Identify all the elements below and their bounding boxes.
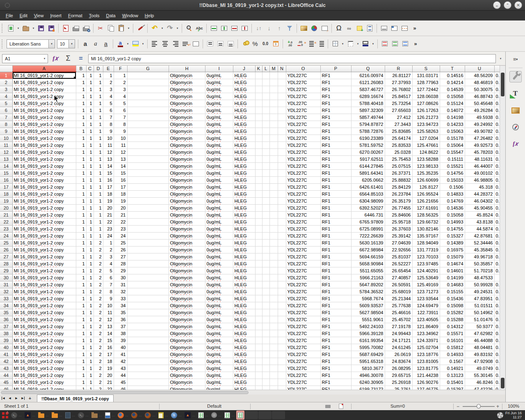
wrap-text-icon[interactable]: ↵ — [180, 39, 190, 49]
cell-D35[interactable]: 2 — [94, 309, 103, 316]
col-header-O[interactable]: O — [286, 66, 320, 72]
cell-J20[interactable]: HLEG — [233, 204, 255, 211]
cell-S38[interactable]: 123.34962 — [412, 330, 440, 337]
cell-Q16[interactable]: 6205.0662 — [351, 176, 385, 183]
horizontal-scrollbar[interactable] — [0, 390, 505, 395]
cell-J41[interactable]: HLEG — [233, 351, 255, 358]
cell-C36[interactable]: 1 — [86, 316, 94, 323]
cell-K34[interactable] — [255, 302, 262, 309]
cell-O5[interactable]: YDL227C — [286, 100, 320, 107]
cell-A23[interactable]: MI 16_0919_yor1-2 copy — [12, 225, 76, 232]
cell-U35[interactable]: 50.14962 — [465, 309, 494, 316]
cell-B26[interactable]: 1 — [76, 246, 86, 253]
cell-K14[interactable] — [255, 162, 262, 169]
cell-U28[interactable]: 50.35857 — [465, 260, 494, 267]
cell-L46[interactable] — [262, 386, 269, 390]
cell-G43[interactable] — [127, 365, 169, 372]
cell-P10[interactable]: RF1 — [320, 135, 351, 142]
cell-B44[interactable]: 1 — [76, 372, 86, 379]
cell-L9[interactable] — [262, 128, 269, 135]
cell-K10[interactable] — [255, 135, 262, 142]
cell-A42[interactable]: MI 16_0919_yor1-2 copy — [12, 358, 76, 365]
col-header-G[interactable]: G — [127, 66, 169, 72]
cell-L7[interactable] — [262, 114, 269, 121]
cell-B14[interactable]: 1 — [76, 162, 86, 169]
cell-H7[interactable]: Oligomycin — [169, 114, 205, 121]
cell-M39[interactable] — [269, 337, 278, 344]
cell-N29[interactable] — [278, 267, 286, 274]
sort-descending-icon[interactable]: ↑ — [274, 23, 284, 34]
row-header-36[interactable]: 36 — [0, 316, 12, 323]
cell-R27[interactable]: 25.81037 — [385, 253, 412, 260]
cell-R15[interactable]: 26.37371 — [385, 169, 412, 176]
highlighting-color-icon[interactable] — [130, 39, 140, 49]
cell-E46[interactable]: 22 — [103, 386, 114, 390]
cell-R17[interactable]: 25.84129 — [385, 183, 412, 190]
cell-F2[interactable]: 2 — [114, 79, 127, 86]
insert-row-above-icon[interactable] — [209, 23, 219, 34]
cell-G36[interactable] — [127, 316, 169, 323]
cell-S43[interactable]: 123.81775 — [412, 365, 440, 372]
cell-O37[interactable]: YDL227C — [286, 323, 320, 330]
cell-J27[interactable]: HLEG — [233, 253, 255, 260]
center-vertically-icon[interactable] — [215, 39, 225, 49]
cell-O3[interactable]: YDL227C — [286, 86, 320, 93]
col-header-M[interactable]: M — [269, 66, 278, 72]
cell-J19[interactable]: HLEG — [233, 197, 255, 204]
cell-D7[interactable]: 1 — [94, 114, 103, 121]
cell-L43[interactable] — [262, 365, 269, 372]
borders-icon[interactable] — [330, 39, 340, 49]
border-style-icon[interactable] — [345, 39, 355, 49]
cell-V16[interactable]: 0. — [494, 176, 500, 183]
cell-G42[interactable] — [127, 358, 169, 365]
cell-P18[interactable]: RF1 — [320, 190, 351, 197]
cell-J28[interactable]: HLEG — [233, 260, 255, 267]
cell-M34[interactable] — [269, 302, 278, 309]
cell-F1[interactable]: 1 — [114, 72, 127, 79]
cell-H40[interactable]: Oligomycin — [169, 344, 205, 351]
cell-H16[interactable]: Oligomycin — [169, 176, 205, 183]
cell-S35[interactable]: 122.73911 — [412, 309, 440, 316]
cell-H18[interactable]: Oligomycin — [169, 190, 205, 197]
cell-D42[interactable]: 2 — [94, 358, 103, 365]
cell-O29[interactable]: YDL227C — [286, 267, 320, 274]
paste-icon[interactable] — [116, 23, 126, 34]
cell-J43[interactable]: HLEG — [233, 365, 255, 372]
cell-L19[interactable] — [262, 197, 269, 204]
cell-B33[interactable]: 1 — [76, 295, 86, 302]
cell-U41[interactable]: 49.83192 — [465, 351, 494, 358]
first-sheet-button[interactable]: ◀ — [0, 395, 7, 402]
cell-B16[interactable]: 1 — [76, 176, 86, 183]
format-as-percent-icon[interactable]: % — [250, 39, 260, 49]
cell-P22[interactable]: RF1 — [320, 218, 351, 225]
cell-O23[interactable]: YDL227C — [286, 225, 320, 232]
cell-G26[interactable] — [127, 246, 169, 253]
cell-V33[interactable]: 0. — [494, 295, 500, 302]
cell-M30[interactable] — [269, 274, 278, 281]
cell-D8[interactable]: 1 — [94, 121, 103, 128]
cell-J35[interactable]: HLEG — [233, 309, 255, 316]
sheet-tab-active[interactable]: !!Dbase_MI 16_0919_yor1-2 copy — [37, 395, 114, 402]
menu-insert[interactable]: Insert — [47, 11, 65, 20]
cell-E20[interactable]: 20 — [103, 204, 114, 211]
cell-S8[interactable]: 123.94723 — [412, 121, 440, 128]
cell-B22[interactable]: 1 — [76, 218, 86, 225]
cell-U36[interactable]: 51.01476 — [465, 316, 494, 323]
cell-T11[interactable]: 0.15064 — [440, 142, 465, 148]
cell-D4[interactable]: 1 — [94, 93, 103, 100]
cell-I32[interactable]: 0ug/mL — [205, 288, 233, 295]
cell-B30[interactable]: 1 — [76, 274, 86, 281]
cell-E15[interactable]: 15 — [103, 169, 114, 176]
cell-N39[interactable] — [278, 337, 286, 344]
cell-U2[interactable]: 48.46819 — [465, 79, 494, 86]
cell-M36[interactable] — [269, 316, 278, 323]
cell-H24[interactable]: Oligomycin — [169, 232, 205, 239]
cell-Q40[interactable]: 5995.70082 — [351, 344, 385, 351]
cell-L39[interactable] — [262, 337, 269, 344]
cell-S28[interactable]: 123.97485 — [412, 260, 440, 267]
cell-E1[interactable]: 1 — [103, 72, 114, 79]
cell-Q31[interactable]: 5647.89202 — [351, 281, 385, 288]
cell-J39[interactable]: HLEG — [233, 337, 255, 344]
cell-D40[interactable]: 2 — [94, 344, 103, 351]
cell-F38[interactable]: 38 — [114, 330, 127, 337]
